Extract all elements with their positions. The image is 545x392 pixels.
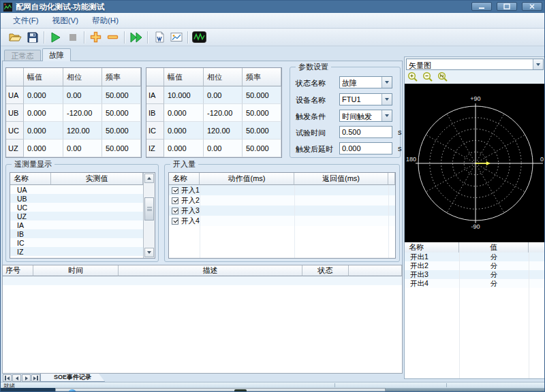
add-state-button[interactable]: [87, 30, 104, 45]
cell-frequency[interactable]: 50.000: [243, 122, 281, 140]
col-header-value[interactable]: 值: [459, 242, 529, 253]
cell-phase[interactable]: 0.00: [63, 140, 102, 157]
digital-input-row[interactable]: 开入3: [169, 206, 395, 216]
dropdown-button[interactable]: [382, 94, 392, 105]
cell-phase[interactable]: -120.00: [63, 104, 102, 122]
telemetry-row[interactable]: UZ: [10, 212, 143, 220]
col-header-action-value[interactable]: 动作值(ms): [200, 173, 294, 185]
cell-phase[interactable]: 0.00: [204, 140, 243, 157]
col-header-description[interactable]: 描述: [119, 265, 302, 276]
telemetry-row[interactable]: IA: [10, 220, 143, 229]
cell-frequency[interactable]: 50.000: [102, 86, 141, 104]
taskbar-app-button[interactable]: [55, 388, 386, 392]
dropdown-button[interactable]: [382, 77, 392, 88]
checkbox-checked-icon[interactable]: [172, 187, 178, 194]
col-header-amplitude[interactable]: 幅值: [24, 68, 63, 86]
tab-fault-state[interactable]: 故障: [42, 48, 71, 61]
prev-page-button[interactable]: [12, 374, 21, 382]
export-word-button[interactable]: [151, 30, 168, 45]
cell-frequency[interactable]: 50.000: [243, 86, 281, 104]
waveform-view-button[interactable]: [191, 30, 208, 45]
telemetry-row[interactable]: IB: [10, 229, 143, 238]
col-header-frequency[interactable]: 频率: [102, 68, 141, 86]
col-header-name[interactable]: 名称: [405, 242, 459, 253]
windows-taskbar[interactable]: [1, 388, 545, 392]
zoom-out-icon[interactable]: [422, 71, 433, 82]
cell-amplitude[interactable]: 0.000: [24, 140, 63, 157]
digital-output-row[interactable]: 开出4 分: [405, 279, 545, 288]
telemetry-row[interactable]: UB: [10, 194, 143, 203]
menu-view[interactable]: 视图(V): [46, 14, 85, 28]
col-header-frequency[interactable]: 频率: [243, 68, 281, 86]
cell-phase[interactable]: 0.00: [63, 86, 102, 104]
cell-amplitude[interactable]: 0.000: [164, 122, 204, 140]
cell-amplitude[interactable]: 0.000: [164, 104, 204, 122]
stop-test-button[interactable]: [64, 30, 81, 45]
cell-frequency[interactable]: 50.000: [243, 104, 281, 122]
close-button[interactable]: [522, 2, 542, 11]
cell-frequency[interactable]: 50.000: [102, 122, 141, 140]
titlebar[interactable]: 配网自动化测试-功能测试: [1, 1, 545, 13]
checkbox-checked-icon[interactable]: [172, 197, 178, 204]
cell-amplitude[interactable]: 0.000: [164, 140, 204, 157]
cell-phase[interactable]: 120.00: [63, 122, 102, 140]
col-header-amplitude[interactable]: 幅值: [164, 68, 204, 86]
digital-output-row[interactable]: 开出3 分: [405, 270, 545, 279]
zoom-reset-icon[interactable]: [437, 71, 448, 82]
view-selector-combobox[interactable]: 矢量图: [406, 59, 544, 70]
minimize-button[interactable]: [471, 2, 492, 11]
save-file-button[interactable]: [24, 30, 41, 45]
next-page-button[interactable]: [22, 374, 31, 382]
tab-soe-event-log[interactable]: SOE事件记录: [40, 374, 105, 382]
col-header-time[interactable]: 时间: [33, 265, 119, 276]
cell-amplitude[interactable]: 0.000: [24, 122, 63, 140]
col-header-name[interactable]: 名称: [169, 173, 200, 185]
telemetry-row[interactable]: UA: [10, 185, 143, 194]
cell-amplitude[interactable]: 0.000: [24, 104, 63, 122]
col-header-phase[interactable]: 相位: [63, 68, 102, 86]
cell-frequency[interactable]: 50.000: [243, 140, 281, 157]
digital-input-row[interactable]: 开入2: [169, 195, 395, 206]
cell-frequency[interactable]: 50.000: [102, 140, 141, 157]
first-page-button[interactable]: [3, 374, 12, 382]
digital-output-row[interactable]: 开出1 分: [405, 252, 545, 261]
cell-frequency[interactable]: 50.000: [102, 104, 141, 122]
taskbar-start-area[interactable]: [1, 388, 55, 392]
col-header-name[interactable]: 名称: [10, 173, 51, 185]
tab-normal-state[interactable]: 正常态: [4, 50, 41, 61]
cell-amplitude[interactable]: 0.000: [24, 86, 63, 104]
scroll-down-button[interactable]: [144, 248, 154, 257]
open-file-button[interactable]: [7, 30, 24, 45]
col-header-return-value[interactable]: 返回值(ms): [294, 173, 388, 185]
menu-help[interactable]: 帮助(H): [85, 14, 125, 28]
state-name-combobox[interactable]: 故障: [339, 76, 392, 88]
last-page-button[interactable]: [31, 374, 40, 382]
col-header-status[interactable]: 状态: [302, 265, 349, 276]
cell-phase[interactable]: 0.00: [204, 86, 243, 104]
device-name-combobox[interactable]: FTU1: [339, 93, 392, 105]
dropdown-button[interactable]: [382, 110, 392, 121]
col-header-phase[interactable]: 相位: [204, 68, 243, 86]
export-report-button[interactable]: [168, 30, 185, 45]
scroll-up-button[interactable]: [144, 174, 154, 183]
col-header-measured-value[interactable]: 实测值: [51, 173, 143, 185]
checkbox-checked-icon[interactable]: [172, 208, 178, 214]
cell-phase[interactable]: 120.00: [204, 122, 243, 140]
cell-amplitude[interactable]: 10.000: [164, 86, 204, 104]
start-test-button[interactable]: [47, 30, 64, 45]
telemetry-scrollbar[interactable]: [143, 173, 155, 258]
dropdown-button[interactable]: [533, 59, 543, 69]
remove-state-button[interactable]: [104, 30, 121, 45]
checkbox-checked-icon[interactable]: [172, 218, 178, 225]
scrollbar-thumb[interactable]: [144, 197, 154, 220]
trigger-delay-input[interactable]: [339, 142, 392, 154]
telemetry-row[interactable]: IC: [10, 238, 143, 247]
menu-file[interactable]: 文件(F): [6, 14, 46, 28]
digital-input-row[interactable]: 开入4: [169, 216, 395, 226]
trigger-condition-combobox[interactable]: 时间触发: [339, 110, 392, 122]
col-header-index[interactable]: 序号: [3, 265, 33, 276]
run-all-button[interactable]: [127, 30, 144, 45]
digital-input-row[interactable]: 开入1: [169, 185, 395, 195]
telemetry-row[interactable]: IZ: [10, 247, 143, 256]
cell-phase[interactable]: -120.00: [204, 104, 243, 122]
